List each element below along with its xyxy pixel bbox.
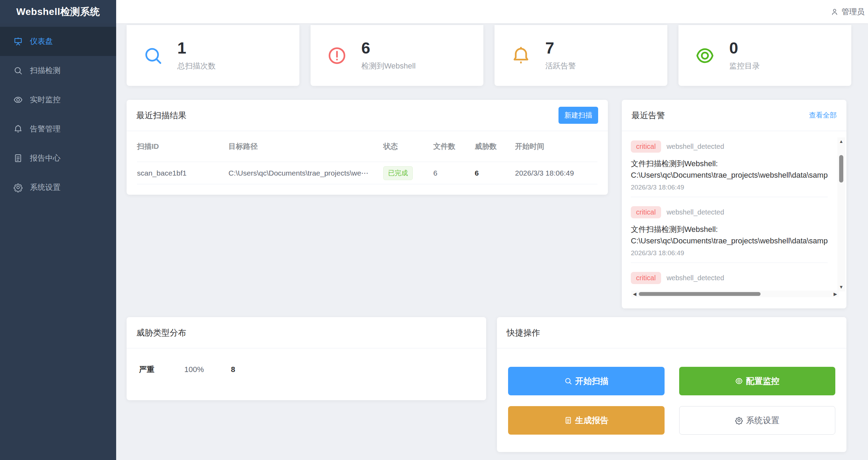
vertical-scroll-thumb[interactable] bbox=[839, 155, 843, 183]
start-scan-button[interactable]: 开始扫描 bbox=[508, 367, 665, 395]
user-icon bbox=[830, 8, 839, 16]
bell-icon bbox=[13, 124, 23, 134]
sidebar-item-monitor[interactable]: 实时监控 bbox=[0, 85, 116, 114]
alert-item[interactable]: critical webshell_detected 文件扫描检测到Webshe… bbox=[631, 263, 828, 291]
sidebar-item-label: 报告中心 bbox=[30, 153, 61, 163]
alert-message: 文件扫描检测到Webshell: C:\Users\qc\Documents\t… bbox=[631, 158, 828, 181]
alert-type: webshell_detected bbox=[667, 143, 724, 151]
horizontal-scroll-thumb[interactable] bbox=[639, 292, 761, 296]
scroll-down-arrow-icon[interactable]: ▼ bbox=[837, 284, 845, 291]
panel-title: 最近告警 bbox=[632, 110, 665, 121]
alert-path: C:\Users\qc\Documents\trae_projects\webs… bbox=[631, 235, 828, 247]
col-status: 状态 bbox=[383, 142, 433, 151]
vertical-scrollbar[interactable]: ▲ ▼ bbox=[837, 137, 845, 291]
stat-card-total-scans: 1 总扫描次数 bbox=[127, 25, 299, 86]
severity-badge: critical bbox=[631, 206, 661, 218]
stat-label: 总扫描次数 bbox=[177, 61, 216, 71]
user-menu[interactable]: 管理员 bbox=[830, 7, 865, 17]
sidebar-nav: 仪表盘 扫描检测 实时监控 bbox=[0, 27, 116, 202]
sidebar-item-dashboard[interactable]: 仪表盘 bbox=[0, 27, 116, 56]
stat-value: 0 bbox=[729, 40, 760, 56]
generate-report-button[interactable]: 生成报告 bbox=[508, 406, 665, 435]
search-icon bbox=[564, 377, 572, 385]
table-row[interactable]: scan_bace1bf1 C:\Users\qc\Documents\trae… bbox=[137, 162, 597, 184]
panel-title: 快捷操作 bbox=[507, 327, 540, 338]
threat-count: 8 bbox=[231, 365, 235, 374]
col-target-path: 目标路径 bbox=[228, 142, 383, 151]
col-files: 文件数 bbox=[433, 142, 475, 151]
report-icon bbox=[564, 416, 572, 425]
alert-message: 文件扫描检测到Webshell: C:\Users\qc\Documents\t… bbox=[631, 224, 828, 247]
panel-title: 最近扫描结果 bbox=[136, 110, 186, 121]
sidebar-item-scan[interactable]: 扫描检测 bbox=[0, 56, 116, 85]
quick-actions-panel: 快捷操作 开始扫描 配置监控 生成报告 系统设置 bbox=[497, 317, 846, 452]
cell-target-path: C:\Users\qc\Documents\trae_projects\we⋯ bbox=[228, 169, 383, 177]
threat-distribution-panel: 威胁类型分布 严重 100% 8 bbox=[127, 317, 486, 400]
sidebar-item-alerts[interactable]: 告警管理 bbox=[0, 114, 116, 144]
search-icon bbox=[13, 66, 23, 75]
alert-type: webshell_detected bbox=[667, 208, 724, 216]
app-title: Webshell检测系统 bbox=[0, 0, 116, 23]
stat-card-active-alerts: 7 活跃告警 bbox=[495, 25, 667, 86]
recent-scans-panel: 最近扫描结果 新建扫描 扫描ID 目标路径 状态 文件数 威胁数 开始时间 sc… bbox=[127, 100, 608, 195]
cell-scan-id: scan_bace1bf1 bbox=[137, 169, 228, 177]
bell-icon bbox=[511, 45, 531, 66]
table-header-row: 扫描ID 目标路径 状态 文件数 威胁数 开始时间 bbox=[137, 131, 597, 162]
sidebar-item-settings[interactable]: 系统设置 bbox=[0, 173, 116, 202]
scroll-up-arrow-icon[interactable]: ▲ bbox=[837, 138, 845, 145]
alert-type: webshell_detected bbox=[667, 274, 724, 282]
severity-badge: critical bbox=[631, 140, 661, 153]
panel-title: 威胁类型分布 bbox=[136, 327, 186, 338]
stat-card-webshells-detected: 6 检测到Webshell bbox=[311, 25, 483, 86]
col-threats: 威胁数 bbox=[475, 142, 515, 151]
scroll-left-arrow-icon[interactable]: ◀ bbox=[631, 291, 638, 297]
scan-results-table: 扫描ID 目标路径 状态 文件数 威胁数 开始时间 scan_bace1bf1 … bbox=[137, 131, 597, 184]
severity-badge: critical bbox=[631, 272, 661, 284]
status-badge: 已完成 bbox=[383, 166, 413, 180]
threat-label: 严重 bbox=[139, 364, 184, 375]
cell-files: 6 bbox=[433, 169, 475, 177]
col-start-time: 开始时间 bbox=[515, 142, 597, 151]
sidebar-item-reports[interactable]: 报告中心 bbox=[0, 144, 116, 173]
cell-status: 已完成 bbox=[383, 166, 433, 180]
gear-icon bbox=[13, 183, 23, 192]
eye-icon bbox=[694, 45, 715, 66]
sidebar-item-label: 扫描检测 bbox=[30, 65, 61, 76]
alert-item[interactable]: critical webshell_detected 文件扫描检测到Webshe… bbox=[631, 131, 828, 197]
threat-percent: 100% bbox=[184, 365, 231, 374]
stat-value: 7 bbox=[545, 40, 576, 56]
stat-card-monitored-dirs: 0 监控目录 bbox=[678, 25, 851, 86]
stat-value: 1 bbox=[177, 40, 216, 56]
alert-path: C:\Users\qc\Documents\trae_projects\webs… bbox=[631, 169, 828, 181]
sidebar-item-label: 告警管理 bbox=[30, 124, 61, 134]
alert-time: 2026/3/3 18:06:49 bbox=[631, 184, 828, 191]
threat-row: 严重 100% 8 bbox=[127, 364, 486, 375]
stat-label: 检测到Webshell bbox=[361, 61, 416, 71]
alert-time: 2026/3/3 18:06:49 bbox=[631, 249, 828, 257]
view-all-link[interactable]: 查看全部 bbox=[809, 111, 837, 120]
eye-icon bbox=[13, 95, 23, 105]
stat-value: 6 bbox=[361, 40, 416, 56]
horizontal-scrollbar[interactable]: ◀ ▶ bbox=[631, 291, 839, 297]
search-icon bbox=[143, 45, 163, 66]
alert-item[interactable]: critical webshell_detected 文件扫描检测到Webshe… bbox=[631, 197, 828, 263]
stat-label: 监控目录 bbox=[729, 61, 760, 71]
alert-circle-icon bbox=[327, 45, 347, 66]
system-settings-button[interactable]: 系统设置 bbox=[679, 406, 836, 435]
stat-label: 活跃告警 bbox=[545, 61, 576, 71]
sidebar-item-label: 仪表盘 bbox=[30, 36, 53, 47]
dashboard-icon bbox=[13, 37, 23, 46]
col-scan-id: 扫描ID bbox=[137, 142, 228, 151]
configure-monitor-button[interactable]: 配置监控 bbox=[679, 367, 836, 395]
eye-icon bbox=[735, 377, 743, 385]
scroll-right-arrow-icon[interactable]: ▶ bbox=[832, 291, 839, 297]
cell-threats: 6 bbox=[475, 169, 515, 177]
report-icon bbox=[13, 153, 23, 163]
sidebar-item-label: 系统设置 bbox=[30, 182, 61, 193]
sidebar-item-label: 实时监控 bbox=[30, 95, 61, 105]
gear-icon bbox=[735, 416, 743, 425]
user-name: 管理员 bbox=[842, 7, 865, 17]
new-scan-button[interactable]: 新建扫描 bbox=[558, 107, 598, 124]
cell-start-time: 2026/3/3 18:06:49 bbox=[515, 169, 597, 177]
alert-list: critical webshell_detected 文件扫描检测到Webshe… bbox=[631, 131, 828, 291]
